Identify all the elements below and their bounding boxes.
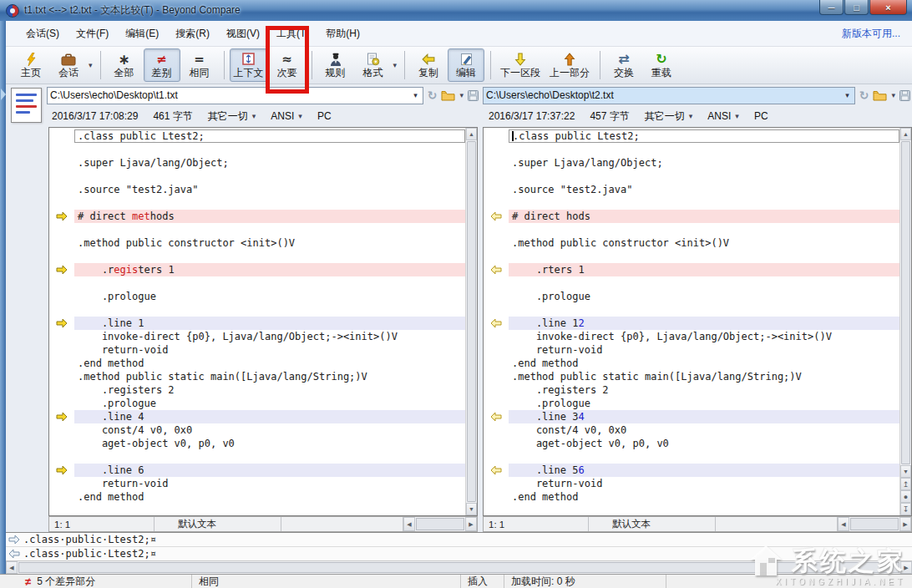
diff-arrow-icon[interactable]: [484, 464, 509, 477]
code-line[interactable]: # direct methods: [49, 210, 465, 223]
code-line[interactable]: .end method: [484, 357, 899, 370]
code-line[interactable]: .prologue: [49, 290, 465, 303]
scroll-left-icon[interactable]: ◀: [6, 561, 18, 574]
code-line[interactable]: .method public static main([Ljava/lang/S…: [49, 370, 465, 383]
code-line[interactable]: .end method: [484, 490, 899, 504]
toolbar-prev-part-button[interactable]: 上一部分: [545, 48, 594, 82]
scroll-left-icon[interactable]: ◀: [838, 517, 849, 531]
code-line[interactable]: .method public constructor <init>()V: [49, 236, 465, 250]
code-line[interactable]: [484, 196, 899, 210]
code-line[interactable]: .registers 1: [49, 263, 465, 276]
toolbar-next-section-button[interactable]: 下一区段: [496, 48, 545, 82]
right-rule-dropdown[interactable]: 其它一切▾: [645, 109, 693, 124]
browse-folder-icon[interactable]: [441, 90, 455, 101]
code-line[interactable]: .line 1: [49, 317, 465, 330]
right-editor-pane[interactable]: .class public Ltest2;.super Ljava/lang/O…: [483, 127, 912, 516]
save-icon[interactable]: [468, 90, 479, 101]
sync-icon[interactable]: ↻: [428, 89, 438, 102]
left-horizontal-scrollbar[interactable]: ◀ ▶: [403, 517, 477, 531]
code-line[interactable]: [484, 143, 899, 156]
code-line[interactable]: invoke-direct {p0}, Ljava/lang/Object;->…: [484, 330, 899, 343]
code-line[interactable]: .method public static main([Ljava/lang/S…: [484, 370, 899, 383]
code-line[interactable]: .prologue: [49, 397, 465, 410]
sidebar-grip-icon[interactable]: [1, 89, 6, 100]
scroll-right-icon[interactable]: ▶: [465, 517, 477, 531]
scrollbar-track[interactable]: [415, 517, 465, 531]
chevron-down-icon[interactable]: ▾: [459, 91, 464, 99]
toolbar-reload-button[interactable]: ↻重载: [643, 48, 680, 82]
left-editor-pane[interactable]: .class public Ltest2;.super Ljava/lang/O…: [48, 127, 478, 516]
code-line[interactable]: return-void: [49, 477, 465, 490]
right-path-input[interactable]: C:\Users\echo\Desktop\t2.txt ▾: [483, 87, 855, 104]
code-line[interactable]: invoke-direct {p0}, Ljava/lang/Object;->…: [49, 330, 465, 343]
code-line[interactable]: [49, 450, 465, 464]
code-line[interactable]: [484, 450, 899, 464]
scroll-down-icon[interactable]: ▼: [466, 503, 477, 515]
code-line[interactable]: .rters 1: [484, 263, 899, 276]
code-line[interactable]: [484, 170, 899, 183]
menu-item-3[interactable]: 编辑(E): [117, 23, 167, 44]
save-icon[interactable]: [899, 90, 910, 101]
sync-icon[interactable]: ↻: [859, 89, 869, 102]
browse-folder-icon[interactable]: [873, 90, 887, 101]
toolbar-minor-button[interactable]: ≈次要: [269, 48, 306, 82]
code-line[interactable]: # direct hods: [484, 210, 899, 223]
code-line[interactable]: return-void: [49, 343, 465, 357]
menu-item-4[interactable]: 搜索(R): [167, 23, 218, 44]
scroll-left-icon[interactable]: ◀: [403, 517, 415, 531]
code-line[interactable]: .line 6: [49, 464, 465, 477]
menu-item-6[interactable]: 工具(T): [268, 23, 317, 44]
scrollbar-track[interactable]: [18, 561, 900, 574]
code-line[interactable]: aget-object v0, p0, v0: [49, 437, 465, 450]
code-line[interactable]: return-void: [484, 477, 899, 490]
code-line[interactable]: .class public Ltest2;: [484, 129, 899, 143]
code-line[interactable]: .prologue: [484, 290, 899, 303]
scrollbar-thumb[interactable]: [18, 562, 899, 573]
diff-arrow-icon[interactable]: [49, 410, 74, 423]
code-line[interactable]: const/4 v0, 0x0: [484, 423, 899, 437]
code-line[interactable]: const/4 v0, 0x0: [49, 423, 465, 437]
chevron-down-icon[interactable]: ▾: [393, 61, 398, 69]
code-line[interactable]: .registers 2: [484, 383, 899, 397]
left-vertical-scrollbar[interactable]: ▲ ▼: [465, 128, 477, 515]
detail-horizontal-scrollbar[interactable]: ◀ ▶: [6, 560, 912, 574]
chevron-down-icon[interactable]: ▾: [891, 91, 895, 99]
code-line[interactable]: [49, 250, 465, 263]
toolbar-copy-button[interactable]: 复制: [410, 48, 447, 82]
code-line[interactable]: .end method: [49, 490, 465, 504]
left-rule-dropdown[interactable]: 其它一切▾: [208, 109, 256, 124]
code-line[interactable]: .prologue: [484, 397, 899, 410]
menu-item-1[interactable]: 会话(S): [18, 23, 68, 44]
code-line[interactable]: [49, 196, 465, 210]
toolbar-context-button[interactable]: 上下文: [230, 48, 268, 82]
right-encoding-dropdown[interactable]: ANSI▾: [707, 110, 739, 122]
code-line[interactable]: [484, 276, 899, 290]
scrollbar-track[interactable]: [900, 140, 911, 465]
code-line[interactable]: [484, 303, 899, 317]
left-path-input[interactable]: C:\Users\echo\Desktop\t1.txt ▾: [47, 87, 423, 104]
scroll-down-icon[interactable]: ▼: [900, 465, 911, 478]
new-version-link[interactable]: 新版本可用...: [842, 27, 900, 41]
code-line[interactable]: .method public constructor <init>()V: [484, 236, 899, 250]
toolbar-all-button[interactable]: ∗全部: [106, 48, 143, 82]
toolbar-differences-button[interactable]: ≠差别: [144, 48, 180, 82]
code-line[interactable]: [49, 170, 465, 183]
code-line[interactable]: .line 56: [484, 464, 899, 477]
scrollbar-thumb[interactable]: [467, 141, 476, 502]
menu-item-7[interactable]: 帮助(H): [317, 23, 368, 44]
code-line[interactable]: .line 12: [484, 317, 899, 330]
code-line[interactable]: [49, 223, 465, 236]
scrollbar-track[interactable]: [466, 140, 477, 503]
diff-arrow-icon[interactable]: [484, 410, 509, 423]
code-line[interactable]: .registers 2: [49, 383, 465, 397]
scrollbar-thumb[interactable]: [901, 141, 910, 464]
code-line[interactable]: .source "test2.java": [484, 183, 899, 196]
scroll-right-icon[interactable]: ▶: [900, 561, 912, 574]
code-line[interactable]: [484, 250, 899, 263]
code-line[interactable]: aget-object v0, p0, v0: [484, 437, 899, 450]
diff-arrow-icon[interactable]: [484, 317, 509, 330]
right-horizontal-scrollbar[interactable]: ◀ ▶: [838, 517, 911, 531]
close-button[interactable]: ×: [869, 0, 907, 15]
code-line[interactable]: [484, 223, 899, 236]
scrollbar-track[interactable]: [849, 517, 899, 531]
